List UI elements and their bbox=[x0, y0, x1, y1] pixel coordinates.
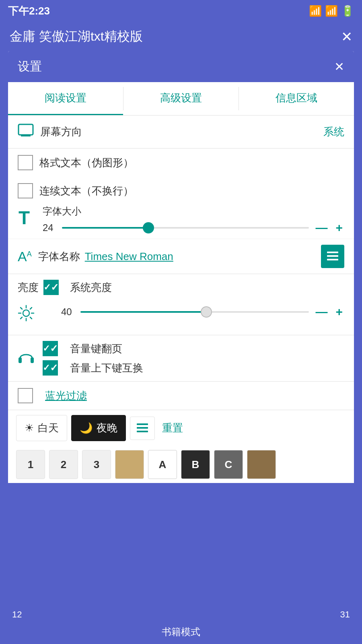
svg-rect-17 bbox=[137, 423, 148, 425]
vol-page-label: 音量键翻页 bbox=[70, 342, 122, 356]
brightness-icon bbox=[18, 301, 35, 329]
night-mode-button[interactable]: 🌙 夜晚 bbox=[71, 415, 126, 441]
continuous-text-checkbox[interactable] bbox=[18, 183, 33, 198]
font-size-decrease[interactable]: — bbox=[314, 221, 329, 235]
svg-rect-18 bbox=[137, 427, 148, 429]
svg-line-13 bbox=[30, 308, 32, 309]
brightness-thumb[interactable] bbox=[201, 306, 212, 318]
svg-text:T: T bbox=[19, 207, 30, 228]
orientation-icon bbox=[18, 123, 34, 141]
settings-content: 屏幕方向 系统 格式文本（伪图形） 连续文本（不换行） T 字体大小 24 bbox=[8, 116, 354, 410]
app-title: 金庸 笑傲江湖txt精校版 bbox=[10, 28, 143, 45]
font-size-increase[interactable]: + bbox=[334, 221, 344, 235]
time-display: 下午2:23 bbox=[8, 4, 50, 18]
continuous-text-label: 连续文本（不换行） bbox=[39, 184, 134, 198]
font-size-section: T 字体大小 24 — + bbox=[8, 205, 354, 239]
blue-light-row: 蓝光过滤 bbox=[8, 381, 354, 410]
font-size-value: 24 bbox=[43, 222, 57, 233]
vol-page-row: ✓ 音量键翻页 bbox=[43, 341, 143, 356]
vol-swap-checkbox[interactable]: ✓ bbox=[43, 360, 58, 376]
svg-rect-15 bbox=[19, 357, 22, 363]
blue-light-checkbox[interactable] bbox=[18, 388, 33, 403]
brightness-decrease[interactable]: — bbox=[314, 305, 329, 319]
swatch-1[interactable]: 1 bbox=[16, 450, 45, 479]
brightness-section: 亮度 ✓ 系统亮度 bbox=[8, 274, 354, 335]
bottom-nav: 书籍模式 bbox=[0, 620, 362, 644]
format-text-label: 格式文本（伪图形） bbox=[39, 156, 134, 170]
volume-icon bbox=[18, 341, 43, 376]
svg-point-6 bbox=[23, 310, 29, 316]
vol-swap-row: ✓ 音量上下键互换 bbox=[43, 360, 143, 376]
svg-line-14 bbox=[21, 317, 22, 319]
vol-swap-label: 音量上下键互换 bbox=[70, 361, 143, 375]
font-size-inner: 字体大小 24 — + bbox=[43, 205, 344, 235]
svg-rect-16 bbox=[31, 357, 34, 363]
brightness-slider-row: 40 — + bbox=[39, 305, 344, 325]
svg-rect-4 bbox=[327, 255, 338, 257]
brightness-increase[interactable]: + bbox=[334, 305, 344, 319]
swatch-white-a[interactable]: A bbox=[148, 450, 177, 479]
brightness-header: 亮度 ✓ 系统亮度 bbox=[18, 274, 344, 301]
brightness-row: 40 — + bbox=[18, 301, 344, 329]
swatches-bar: 1 2 3 A B C bbox=[8, 446, 354, 483]
volume-section: ✓ 音量键翻页 ✓ 音量上下键互换 bbox=[8, 335, 354, 381]
swatch-gray-c[interactable]: C bbox=[214, 450, 243, 479]
orientation-value[interactable]: 系统 bbox=[323, 125, 344, 139]
theme-list-button[interactable] bbox=[130, 417, 155, 440]
page-num-right: 31 bbox=[340, 609, 350, 620]
settings-dialog: 设置 ✕ 阅读设置 高级设置 信息区域 屏幕方向 系统 bbox=[8, 51, 354, 483]
continuous-text-row: 连续文本（不换行） bbox=[8, 177, 354, 205]
swatch-3[interactable]: 3 bbox=[82, 450, 111, 479]
night-icon: 🌙 bbox=[80, 422, 93, 434]
swatch-2[interactable]: 2 bbox=[49, 450, 78, 479]
day-mode-button[interactable]: ☀ 白天 bbox=[16, 415, 67, 441]
font-name-row: AA 字体名称 Times New Roman bbox=[8, 239, 354, 274]
brightness-fill bbox=[80, 311, 206, 313]
day-icon: ☀ bbox=[25, 422, 34, 434]
blue-light-label[interactable]: 蓝光过滤 bbox=[45, 389, 87, 403]
settings-title: 设置 bbox=[18, 58, 42, 75]
day-label: 白天 bbox=[38, 421, 59, 435]
brightness-slider[interactable] bbox=[80, 311, 309, 313]
font-size-icon: T bbox=[18, 207, 38, 232]
brightness-value: 40 bbox=[61, 306, 76, 318]
tab-info[interactable]: 信息区域 bbox=[239, 82, 354, 115]
page-num-left: 12 bbox=[12, 609, 22, 620]
bottom-theme-bar: ☀ 白天 🌙 夜晚 重置 bbox=[8, 410, 354, 446]
settings-header: 设置 ✕ bbox=[8, 51, 354, 82]
svg-rect-19 bbox=[137, 431, 148, 432]
brightness-system-checkbox[interactable]: ✓ bbox=[43, 280, 59, 295]
night-label: 夜晚 bbox=[97, 421, 117, 435]
tab-advanced[interactable]: 高级设置 bbox=[123, 82, 239, 115]
app-close-button[interactable]: ✕ bbox=[341, 29, 352, 45]
font-size-thumb[interactable] bbox=[143, 222, 154, 233]
signal-icon: 📶 bbox=[309, 5, 322, 17]
font-aa-icon: AA bbox=[18, 249, 32, 264]
svg-line-12 bbox=[30, 317, 32, 319]
format-text-row: 格式文本（伪图形） bbox=[8, 149, 354, 177]
brightness-label: 亮度 bbox=[18, 281, 39, 295]
swatch-brown[interactable] bbox=[247, 450, 276, 479]
tabs-row: 阅读设置 高级设置 信息区域 bbox=[8, 82, 354, 116]
format-text-checkbox[interactable] bbox=[18, 155, 33, 170]
svg-line-11 bbox=[21, 308, 22, 309]
font-size-title: 字体大小 bbox=[43, 205, 344, 218]
vol-page-checkbox[interactable]: ✓ bbox=[43, 341, 58, 356]
swatch-black-b[interactable]: B bbox=[181, 450, 210, 479]
svg-rect-5 bbox=[327, 259, 338, 260]
battery-icon: 🔋 bbox=[341, 5, 354, 17]
swatch-paper[interactable] bbox=[115, 450, 144, 479]
settings-close-button[interactable]: ✕ bbox=[334, 60, 344, 74]
screen-orientation-row: 屏幕方向 系统 bbox=[8, 116, 354, 149]
status-icons: 📶 📶 🔋 bbox=[309, 5, 354, 17]
font-size-slider[interactable] bbox=[62, 227, 309, 229]
reset-button[interactable]: 重置 bbox=[159, 418, 186, 438]
app-title-bar: 金庸 笑傲江湖txt精校版 ✕ bbox=[0, 22, 362, 51]
wifi-icon: 📶 bbox=[325, 5, 338, 17]
font-list-button[interactable] bbox=[321, 245, 344, 268]
svg-rect-3 bbox=[327, 252, 338, 253]
tab-read[interactable]: 阅读设置 bbox=[8, 82, 123, 115]
font-name-value[interactable]: Times New Roman bbox=[85, 250, 321, 263]
volume-checkboxes: ✓ 音量键翻页 ✓ 音量上下键互换 bbox=[43, 341, 143, 376]
brightness-system-label: 系统亮度 bbox=[70, 281, 112, 295]
